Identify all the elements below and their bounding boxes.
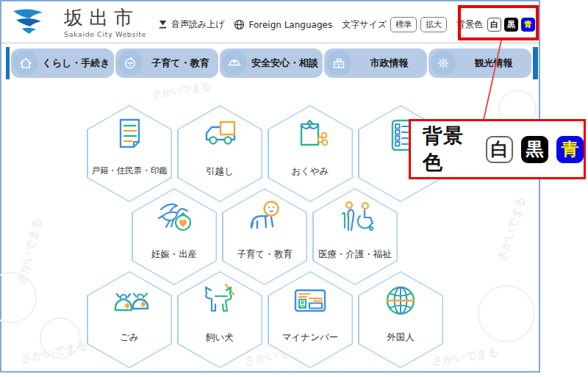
nav-left-accent — [6, 47, 10, 79]
watermark-mascot — [478, 285, 535, 342]
nav-tab-label: くらし・手続き — [38, 57, 114, 70]
baby-crawl-icon — [222, 198, 307, 239]
truck-icon — [177, 115, 262, 156]
callout-bg-white-button[interactable]: 白 — [486, 136, 513, 163]
site-title: 坂出市 — [64, 7, 146, 29]
nav-tab-kanko[interactable]: 観光情報 — [429, 49, 531, 78]
site-logo[interactable]: 坂出市 Sakaide City Website — [12, 7, 146, 39]
bg-black-button[interactable]: 黒 — [504, 18, 518, 32]
dog-icon — [177, 281, 262, 322]
hex-mynumber[interactable]: マイナンバー — [268, 271, 353, 368]
site-subtitle: Sakaide City Website — [64, 30, 146, 38]
watermark-text: さかいでまる — [14, 217, 45, 286]
watermark-text: さかいでまる — [20, 339, 89, 367]
bg-white-button[interactable]: 白 — [487, 18, 501, 32]
watermark-text: さかいでまる — [151, 80, 212, 101]
watermark-mascot — [0, 272, 37, 323]
hex-gomi[interactable]: ごみ — [87, 271, 172, 368]
document-icon — [87, 115, 172, 156]
callout-bg-black-button[interactable]: 黒 — [521, 136, 548, 163]
hex-label: おくやみ — [268, 165, 353, 178]
nav-tab-label: 子育て・教育 — [143, 57, 218, 70]
nav-tab-kosodate[interactable]: 子育て・教育 — [115, 49, 218, 78]
voice-readout-link[interactable]: 音声読み上げ — [158, 18, 225, 31]
city-hall-icon — [326, 51, 351, 76]
font-size-label: 文字サイズ — [342, 18, 387, 31]
background-color-controls: 背景色 白 黒 青 — [456, 18, 535, 32]
id-card-icon — [268, 281, 353, 322]
nav-tab-kurashi[interactable]: くらし・手続き — [11, 49, 114, 78]
font-large-button[interactable]: 拡大 — [420, 17, 447, 32]
nav-tab-label: 安全安心・相談 — [247, 57, 323, 70]
hex-label: 飼い犬 — [177, 331, 262, 344]
nav-tab-label: 市政情報 — [351, 57, 427, 70]
welfare-icon — [312, 198, 398, 239]
hex-label: 戸籍・住民票・印鑑 — [87, 165, 172, 176]
sparkle-icon — [431, 51, 456, 76]
foreign-languages-label: Foreign Languages — [248, 20, 332, 30]
globe-icon — [234, 19, 245, 30]
hex-label: 外国人 — [358, 331, 443, 344]
page: さかいでまる さかいでまる さかいでまる さかいでまる さかいでまる さかいでま… — [0, 0, 588, 377]
baby-icon — [118, 51, 143, 76]
helmet-icon — [222, 51, 247, 76]
voice-readout-icon — [158, 20, 168, 29]
callout-bg-color-label: 背景色 — [423, 123, 478, 176]
voice-readout-label: 音声読み上げ — [171, 18, 225, 31]
watermark-text: さかいでまる — [495, 195, 529, 263]
trash-bags-icon — [87, 281, 172, 322]
hex-label: 妊娠・出産 — [132, 248, 217, 261]
callout-bg-blue-button[interactable]: 青 — [556, 136, 584, 163]
header-toolbar: 音声読み上げ Foreign Languages 文字サイズ 標準 — [158, 17, 535, 32]
condolence-icon — [268, 115, 353, 156]
hex-gaikokujin[interactable]: 外国人 — [358, 271, 443, 368]
hex-label: 引越し — [177, 165, 262, 178]
home-icon — [13, 51, 38, 76]
site-header: 坂出市 Sakaide City Website 音声読み上げ — [1, 1, 539, 43]
background-color-label: 背景色 — [456, 18, 483, 31]
hex-label: ごみ — [87, 331, 172, 344]
hex-label: 子育て・教育 — [222, 248, 307, 261]
font-size-controls: 文字サイズ 標準 拡大 — [342, 17, 447, 32]
stork-icon — [132, 198, 217, 239]
sakaide-bird-logo-icon — [12, 7, 57, 39]
bg-blue-button[interactable]: 青 — [521, 18, 535, 32]
watermark-mascot — [40, 317, 81, 359]
foreign-languages-link[interactable]: Foreign Languages — [234, 19, 332, 30]
nav-tab-shisei[interactable]: 市政情報 — [324, 49, 427, 78]
main-navigation: くらし・手続き 子育て・教育 — [1, 44, 539, 79]
hex-kaiinu[interactable]: 飼い犬 — [177, 271, 262, 368]
nav-scrollbar-thumb[interactable] — [533, 47, 538, 79]
nav-tab-anzen[interactable]: 安全安心・相談 — [220, 49, 323, 78]
background-color-callout: 背景色 白 黒 青 — [409, 119, 586, 179]
website-screenshot: さかいでまる さかいでまる さかいでまる さかいでまる さかいでまる さかいでま… — [0, 0, 540, 373]
nav-tab-label: 観光情報 — [456, 57, 531, 70]
font-standard-button[interactable]: 標準 — [390, 17, 417, 32]
globe-icon — [358, 281, 443, 322]
hex-label: マイナンバー — [268, 331, 353, 344]
hex-label: 医療・介護・福祉 — [312, 248, 398, 261]
